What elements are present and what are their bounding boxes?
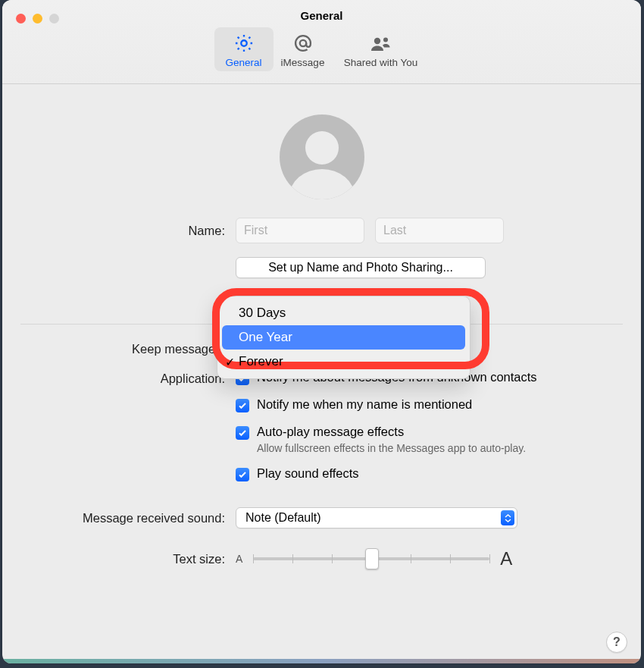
gear-icon — [233, 32, 255, 55]
checkbox-checked-icon — [236, 468, 249, 481]
checkmark-icon: ✓ — [225, 355, 235, 369]
dock-edge-decor — [2, 659, 641, 663]
title-bar: General General iMessage — [2, 0, 641, 84]
menu-item-30-days[interactable]: 30 Days — [222, 301, 465, 325]
keep-messages-label: Keep messages: — [20, 342, 236, 356]
opt-sound-effects-label: Play sound effects — [257, 466, 359, 481]
opt-name-mentioned[interactable]: Notify me when my name is mentioned — [236, 397, 623, 412]
tab-general-label: General — [225, 57, 261, 68]
first-name-input[interactable] — [236, 218, 364, 243]
toolbar-tabs: General iMessage — [2, 27, 641, 71]
svg-point-2 — [374, 38, 380, 44]
keep-messages-menu-overlay: 30 Days One Year ✓ Forever — [217, 296, 470, 379]
keep-messages-menu: 30 Days One Year ✓ Forever — [217, 296, 470, 379]
text-size-label: Text size: — [20, 552, 236, 566]
setup-name-photo-sharing-button[interactable]: Set up Name and Photo Sharing... — [236, 257, 486, 278]
last-name-input[interactable] — [375, 218, 504, 243]
name-label: Name: — [20, 224, 236, 238]
at-sign-icon — [292, 32, 314, 55]
person-icon — [305, 131, 339, 165]
tab-imessage-label: iMessage — [281, 57, 325, 68]
row-message-sound: Message received sound: Note (Default) — [20, 507, 623, 528]
text-size-large-a: A — [500, 548, 512, 569]
opt-sound-effects[interactable]: Play sound effects — [236, 466, 623, 481]
preferences-window: General General iMessage — [2, 0, 641, 663]
svg-point-0 — [241, 40, 246, 45]
text-size-small-a: A — [236, 553, 242, 565]
help-button[interactable]: ? — [606, 632, 627, 653]
opt-autoplay-subtext: Allow fullscreen effects in the Messages… — [257, 442, 526, 454]
row-text-size: Text size: A A — [20, 548, 623, 569]
opt-name-mentioned-label: Notify me when my name is mentioned — [257, 397, 472, 412]
avatar-container — [2, 114, 641, 199]
text-size-slider[interactable] — [253, 557, 489, 560]
checkbox-checked-icon — [236, 399, 249, 412]
window-title: General — [2, 9, 641, 22]
updown-stepper-icon — [501, 510, 514, 525]
tab-shared-with-you[interactable]: Shared with You — [333, 27, 430, 71]
menu-item-forever[interactable]: ✓ Forever — [222, 350, 465, 374]
tab-shared-label: Shared with You — [344, 57, 418, 68]
people-icon — [370, 32, 392, 55]
message-sound-label: Message received sound: — [20, 511, 236, 525]
message-sound-select[interactable]: Note (Default) — [236, 507, 517, 528]
tab-general[interactable]: General — [214, 27, 274, 71]
svg-point-1 — [299, 40, 305, 46]
svg-point-3 — [383, 38, 388, 42]
menu-item-one-year[interactable]: One Year — [222, 325, 465, 350]
row-setup-sharing: Set up Name and Photo Sharing... — [20, 257, 623, 278]
opt-autoplay-effects[interactable]: Auto-play message effects Allow fullscre… — [236, 425, 623, 454]
tab-imessage[interactable]: iMessage — [274, 27, 333, 71]
profile-avatar[interactable] — [280, 114, 364, 199]
message-sound-value: Note (Default) — [245, 511, 321, 524]
row-application: Application: Notify me about messages fr… — [20, 370, 623, 494]
application-label: Application: — [20, 370, 236, 386]
slider-knob[interactable] — [365, 548, 379, 569]
opt-autoplay-effects-label: Auto-play message effects — [257, 425, 526, 439]
checkbox-checked-icon — [236, 426, 249, 440]
row-name: Name: — [20, 218, 623, 243]
